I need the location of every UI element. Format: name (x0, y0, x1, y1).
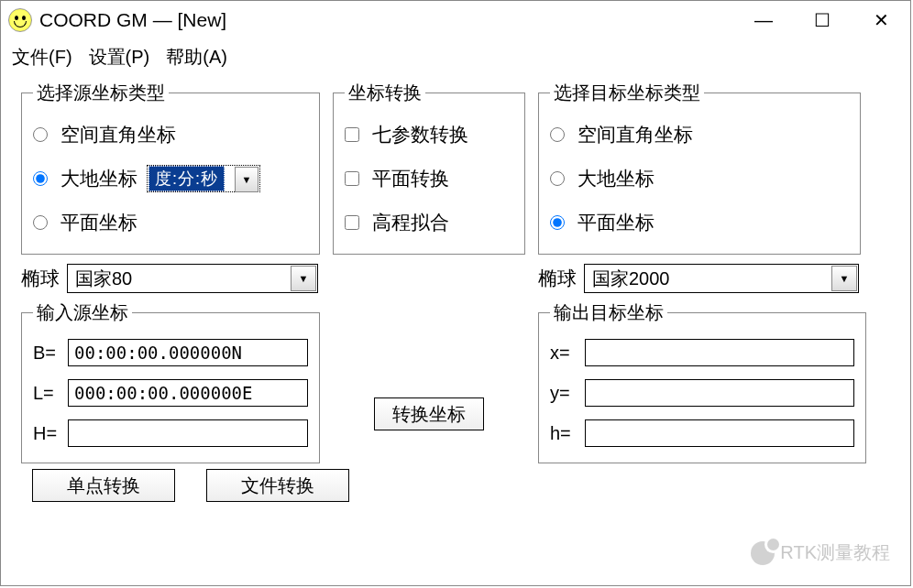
titlebar: COORD GM — [New] — ☐ ✕ (1, 1, 910, 39)
maximize-button[interactable]: ☐ (793, 1, 852, 39)
radio-src-geodetic-input[interactable] (33, 171, 48, 186)
radio-src-plane-input[interactable] (33, 215, 48, 230)
watermark: RTK测量教程 (751, 540, 890, 565)
app-smiley-icon (8, 8, 32, 32)
menu-help[interactable]: 帮助(A) (166, 45, 227, 70)
output-y[interactable] (585, 379, 854, 407)
close-button[interactable]: ✕ (852, 1, 910, 39)
fieldset-source-type: 选择源坐标类型 空间直角坐标 大地坐标 度:分:秒 ▼ 平面坐标 (21, 81, 320, 255)
radio-dst-geodetic[interactable]: 大地坐标 (550, 157, 849, 201)
radio-dst-plane[interactable]: 平面坐标 (550, 201, 849, 245)
check-plane-transform-input[interactable] (345, 171, 359, 186)
chevron-down-icon: ▼ (235, 167, 258, 192)
minimize-button[interactable]: — (734, 1, 793, 39)
output-x[interactable] (585, 339, 854, 366)
radio-dst-cartesian[interactable]: 空间直角坐标 (550, 113, 849, 157)
label-src-ellipsoid: 椭球 (21, 266, 60, 291)
fieldset-input-coords: 输入源坐标 B= 00:00:00.000000N L= 000:00:00.0… (21, 300, 320, 463)
chevron-down-icon: ▼ (831, 266, 857, 291)
label-hh: h= (550, 423, 581, 444)
output-h[interactable] (585, 419, 854, 447)
fieldset-output-coords: 输出目标坐标 x= y= h= (538, 300, 866, 463)
legend-source-type: 选择源坐标类型 (33, 81, 169, 105)
legend-output: 输出目标坐标 (550, 300, 667, 325)
check-seven-param[interactable]: 七参数转换 (345, 113, 513, 157)
legend-target-type: 选择目标坐标类型 (550, 81, 704, 105)
combo-format[interactable]: 度:分:秒 ▼ (147, 165, 260, 192)
menu-settings[interactable]: 设置(P) (89, 45, 150, 70)
legend-transform: 坐标转换 (345, 81, 425, 105)
radio-dst-plane-input[interactable] (550, 215, 565, 230)
input-l[interactable]: 000:00:00.000000E (68, 379, 308, 407)
menu-file[interactable]: 文件(F) (12, 45, 72, 70)
wechat-icon (751, 541, 775, 565)
check-plane-transform[interactable]: 平面转换 (345, 157, 513, 201)
radio-src-plane[interactable]: 平面坐标 (33, 201, 308, 245)
label-y: y= (550, 383, 581, 404)
input-b[interactable]: 00:00:00.000000N (68, 339, 308, 366)
label-b: B= (33, 343, 64, 364)
file-convert-button[interactable]: 文件转换 (206, 469, 349, 502)
radio-dst-geodetic-input[interactable] (550, 171, 565, 186)
combo-dst-ellipsoid[interactable]: 国家2000 ▼ (584, 264, 859, 293)
label-dst-ellipsoid: 椭球 (538, 266, 577, 291)
label-l: L= (33, 383, 64, 404)
radio-src-geodetic[interactable]: 大地坐标 度:分:秒 ▼ (33, 157, 308, 201)
label-x: x= (550, 343, 581, 364)
check-height-fit-input[interactable] (345, 215, 359, 230)
input-h[interactable] (68, 419, 308, 447)
radio-src-cartesian-input[interactable] (33, 127, 48, 142)
radio-dst-cartesian-input[interactable] (550, 127, 565, 142)
menubar: 文件(F) 设置(P) 帮助(A) (1, 39, 910, 79)
single-point-button[interactable]: 单点转换 (32, 469, 175, 502)
check-height-fit[interactable]: 高程拟合 (345, 201, 513, 245)
check-seven-param-input[interactable] (345, 127, 359, 142)
fieldset-target-type: 选择目标坐标类型 空间直角坐标 大地坐标 平面坐标 (538, 81, 861, 255)
label-h: H= (33, 423, 64, 444)
convert-button[interactable]: 转换坐标 (374, 397, 484, 430)
radio-src-cartesian[interactable]: 空间直角坐标 (33, 113, 308, 157)
window-title: COORD GM — [New] (39, 9, 734, 31)
fieldset-transform: 坐标转换 七参数转换 平面转换 高程拟合 (333, 81, 525, 255)
combo-src-ellipsoid[interactable]: 国家80 ▼ (67, 264, 318, 293)
legend-input: 输入源坐标 (33, 300, 132, 325)
chevron-down-icon: ▼ (291, 266, 316, 291)
